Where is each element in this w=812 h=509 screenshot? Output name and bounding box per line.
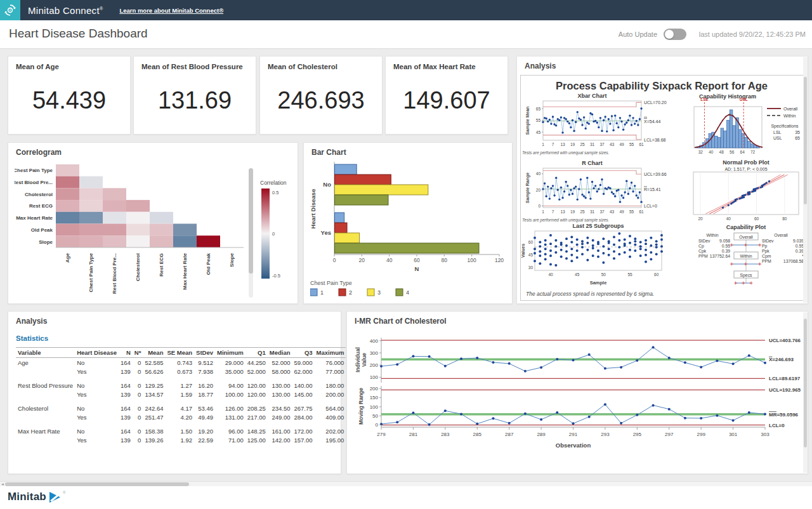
- svg-text:37: 37: [599, 209, 605, 214]
- stats-cell: 94.00: [215, 381, 246, 390]
- svg-text:45: 45: [575, 272, 580, 277]
- stats-cell: Yes: [75, 367, 119, 376]
- svg-text:Slope: Slope: [39, 239, 53, 245]
- stats-cell: 217.00: [246, 413, 268, 421]
- stats-cell: 125.00: [246, 435, 268, 444]
- heatmap-cell: [79, 188, 103, 200]
- analysis-capability-panel: Analysis Process Capability Sixpack Repo…: [516, 56, 808, 304]
- svg-text:Yes: Yes: [321, 229, 331, 236]
- heatmap-cell: [56, 224, 79, 236]
- legend-swatch: [396, 289, 403, 296]
- stats-column-header: Mean: [143, 348, 165, 358]
- svg-text:Tests are performed with unequ: Tests are performed with unequal sample …: [522, 218, 610, 223]
- heatmap-cell: [56, 188, 79, 200]
- svg-text:9.058: 9.058: [719, 239, 730, 243]
- stats-column-header: Q1: [246, 348, 268, 358]
- stats-column-header: Median: [268, 348, 292, 358]
- stats-column-header: SE Mean: [165, 348, 194, 358]
- svg-text:0: 0: [376, 422, 379, 428]
- svg-text:19: 19: [570, 209, 575, 214]
- panel-scrollbar[interactable]: [803, 312, 808, 473]
- svg-text:Overall: Overall: [739, 235, 753, 239]
- svg-text:293: 293: [601, 432, 610, 437]
- svg-text:287: 287: [505, 432, 514, 437]
- svg-text:61: 61: [639, 142, 644, 147]
- svg-text:200: 200: [370, 362, 379, 368]
- svg-text:Values: Values: [521, 244, 525, 258]
- stats-cell: 96.00: [215, 426, 246, 435]
- stats-cell: [16, 390, 75, 399]
- stats-table-row: Yes1390251.474.2049.49131.00217.00249.00…: [16, 413, 346, 421]
- stats-cell: 0: [133, 358, 143, 367]
- svg-text:60: 60: [754, 216, 759, 221]
- heatmap-cell: [126, 224, 150, 236]
- svg-text:1: 1: [320, 289, 324, 296]
- svg-text:35: 35: [795, 130, 800, 135]
- stats-cell: 16.20: [194, 381, 215, 390]
- imr-chart-panel: I-MR Chart of Cholesterol 100200300400UC…: [346, 311, 808, 474]
- stats-table-row: CholesterolNo1640242.644.1753.46126.0020…: [16, 404, 346, 413]
- scrollbar-thumb[interactable]: [804, 319, 807, 447]
- sync-gear-icon: [3, 3, 17, 17]
- heatmap-cell: [56, 200, 79, 212]
- kpi-card-mean-age: Mean of Age 54.439: [8, 56, 131, 135]
- minitab-footer-logo[interactable]: Minitab ®: [8, 491, 65, 503]
- minitab-connect-logo-icon[interactable]: [0, 0, 20, 20]
- stats-cell: 44.250: [246, 358, 268, 367]
- stats-cell: 19.20: [194, 426, 215, 435]
- svg-text:Normal Prob Plot: Normal Prob Plot: [723, 159, 769, 166]
- svg-text:UCL=192.965: UCL=192.965: [769, 387, 801, 393]
- scrollbar-thumb[interactable]: [804, 77, 807, 204]
- heart-disease-bar-chart: NoYes020406080100120NHeart DiseaseChest …: [310, 158, 508, 301]
- svg-text:100: 100: [370, 404, 379, 410]
- statistics-subtitle[interactable]: Statistics: [16, 334, 48, 342]
- panel-scrollbar[interactable]: [803, 57, 808, 303]
- stats-cell: 129.25: [143, 381, 165, 390]
- stats-cell: 142.00: [268, 435, 292, 444]
- svg-text:UCL=70.20: UCL=70.20: [644, 100, 667, 105]
- svg-text:300: 300: [370, 350, 379, 356]
- stats-cell: 52.000: [268, 358, 292, 367]
- svg-text:40: 40: [386, 257, 393, 263]
- svg-text:0.39: 0.39: [722, 249, 730, 253]
- learn-more-link[interactable]: Learn more about Minitab Connect®: [119, 7, 223, 14]
- stats-cell: 0: [133, 413, 143, 421]
- svg-text:25: 25: [580, 209, 585, 214]
- svg-text:Tests are performed with unequ: Tests are performed with unequal sample …: [522, 150, 610, 155]
- stats-cell: 202.00: [315, 426, 346, 435]
- stats-cell: 126.00: [215, 404, 246, 413]
- auto-update-toggle[interactable]: [664, 29, 686, 40]
- stats-table-row: AgeNo164052.5850.7439.51229.00044.25052.…: [16, 358, 346, 367]
- svg-text:80: 80: [782, 216, 787, 221]
- svg-text:StDev: StDev: [698, 239, 710, 243]
- svg-text:20: 20: [359, 257, 365, 263]
- svg-text:Specs: Specs: [740, 273, 752, 278]
- stats-cell: 180.00: [315, 381, 346, 390]
- stats-cell: No: [75, 358, 119, 367]
- kpi-card-mean-cholesterol: Mean of Cholesterol 246.693: [259, 56, 383, 135]
- kpi-label: Mean of Max Heart Rate: [393, 63, 476, 70]
- brand-registered-mark: ®: [100, 6, 103, 11]
- heatmap-cell: [103, 188, 126, 200]
- bar-segment: [335, 185, 428, 195]
- stats-cell: 22.59: [194, 435, 215, 444]
- svg-text:7: 7: [552, 142, 554, 147]
- svg-text:100: 100: [468, 257, 476, 263]
- svg-text:R=15.41: R=15.41: [644, 187, 661, 192]
- stats-cell: No: [75, 426, 119, 435]
- footer-registered-mark: ®: [63, 491, 65, 494]
- stats-cell: 58.000: [268, 367, 292, 376]
- stats-cell: 100.00: [215, 390, 246, 399]
- svg-text:Rest Blood Pre...: Rest Blood Pre...: [112, 253, 118, 294]
- svg-text:45: 45: [536, 130, 541, 135]
- svg-text:0.55: 0.55: [722, 244, 730, 248]
- stats-table-row: Yes1390139.261.9222.5971.00125.00142.001…: [16, 435, 346, 444]
- svg-text:Pp: Pp: [762, 244, 768, 249]
- legend-swatch: [339, 289, 346, 296]
- stats-column-header: Variable: [16, 348, 75, 358]
- stats-cell: 1.27: [165, 381, 194, 390]
- stats-cell: 18.77: [194, 390, 215, 399]
- stats-cell: 52.000: [246, 367, 268, 376]
- stats-cell: 52.585: [143, 358, 165, 367]
- svg-text:StDev: StDev: [762, 239, 774, 243]
